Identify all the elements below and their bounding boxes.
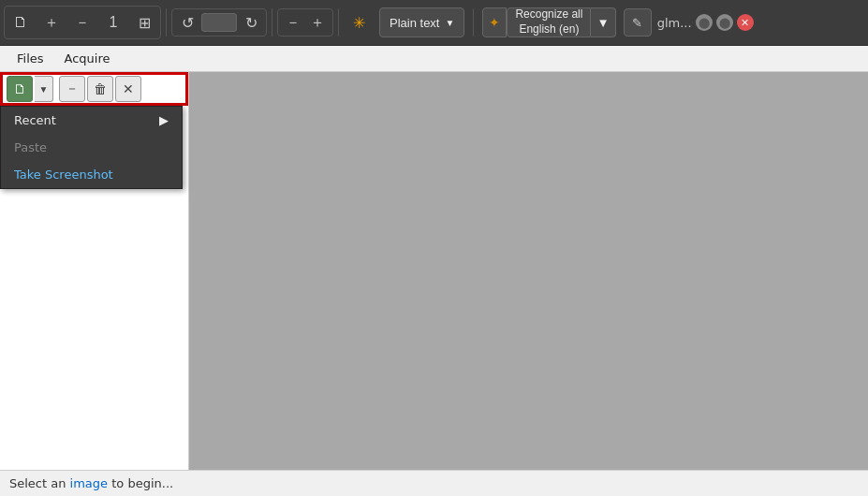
plain-text-label: Plain text [390, 16, 439, 30]
dropdown-item-recent[interactable]: Recent ▶ [1, 107, 182, 134]
separator-4 [473, 8, 474, 36]
minimize-button[interactable]: ⬤ [696, 14, 713, 31]
restore-button[interactable]: ⬤ [716, 14, 733, 31]
recognize-star-icon: ✦ [489, 15, 500, 30]
rotate-group: ↺ 0.0 ↻ [171, 8, 267, 36]
top-toolbar: 🗋 ＋ － 1 ⊞ ↺ 0.0 ↻ － ＋ [0, 0, 868, 46]
edit-button[interactable]: ✎ [624, 8, 652, 36]
panel-minus-button[interactable]: － [59, 76, 85, 102]
new-button[interactable]: 🗋 [6, 7, 36, 37]
dropdown-item-recent-label: Recent [14, 113, 56, 127]
recognize-icon-button[interactable]: ✦ [482, 7, 507, 37]
minimize-icon: ⬤ [699, 17, 710, 29]
rotate-right-button[interactable]: ↻ [240, 11, 262, 34]
dropdown-item-paste: Paste [1, 134, 182, 161]
rotate-input[interactable]: 0.0 [201, 13, 237, 32]
status-link[interactable]: image [70, 476, 109, 490]
close-icon: ✕ [741, 17, 749, 29]
zoom-in-icon: ＋ [310, 13, 325, 33]
menu-files-label: Files [17, 51, 44, 66]
menu-acquire[interactable]: Acquire [55, 49, 120, 68]
rotate-left-button[interactable]: ↺ [176, 11, 199, 34]
number-button[interactable]: 1 [98, 7, 128, 37]
restore-icon: ⬤ [719, 17, 730, 29]
number-icon: 1 [110, 14, 118, 31]
status-bar: Select an image to begin... [0, 470, 868, 496]
dropdown-item-recent-arrow: ▶ [159, 113, 169, 127]
add-icon: ＋ [44, 13, 59, 33]
account-area: glm... ⬤ ⬤ ✕ [657, 14, 754, 31]
recognize-dropdown-button[interactable]: ▼ [591, 7, 615, 37]
recognize-label: Recognize allEnglish (en) [515, 7, 582, 36]
panel-minus-icon: － [66, 80, 79, 97]
new-icon: 🗋 [13, 14, 28, 31]
panel-dropdown-button[interactable]: ▼ [35, 76, 53, 102]
zoom-group: － ＋ [277, 8, 333, 36]
dropdown-item-screenshot-label: Take Screenshot [14, 168, 113, 182]
plain-text-button[interactable]: Plain text ▼ [379, 7, 464, 37]
main-area: 🗋 ▼ － 🗑 ✕ Recent ▶ Paste [0, 72, 868, 470]
panel-clear-icon: ✕ [123, 81, 134, 96]
ocr-star-icon: ✳ [353, 14, 365, 32]
zoom-in-button[interactable]: ＋ [306, 11, 329, 34]
separator-3 [338, 8, 339, 36]
recognize-button[interactable]: Recognize allEnglish (en) [507, 7, 591, 37]
plain-text-dropdown-icon: ▼ [445, 18, 454, 28]
ocr-star-button[interactable]: ✳ [344, 7, 374, 37]
content-area [189, 72, 868, 470]
menu-files[interactable]: Files [7, 49, 53, 68]
zoom-out-icon: － [286, 13, 301, 33]
file-tools-group: 🗋 ＋ － 1 ⊞ [4, 6, 161, 39]
panel-new-icon: 🗋 [13, 81, 26, 96]
panel-delete-icon: 🗑 [94, 81, 107, 96]
panel-new-button[interactable]: 🗋 [7, 76, 33, 102]
close-button[interactable]: ✕ [737, 14, 754, 31]
edit-icon: ✎ [632, 16, 642, 30]
minus-icon: － [75, 13, 90, 33]
rotate-right-icon: ↻ [245, 14, 257, 32]
status-text: Select an image to begin... [9, 476, 173, 490]
rotate-left-icon: ↺ [182, 14, 194, 32]
menu-bar: Files Acquire [0, 46, 868, 72]
panel-dropdown-icon: ▼ [39, 84, 49, 95]
add-button[interactable]: ＋ [37, 7, 66, 37]
dropdown-menu: Recent ▶ Paste Take Screenshot [0, 106, 183, 189]
minus-button[interactable]: － [67, 7, 97, 37]
separator-2 [272, 8, 272, 36]
grid-button[interactable]: ⊞ [129, 7, 159, 37]
account-label: glm... [657, 16, 692, 30]
recognize-group: ✦ Recognize allEnglish (en) ▼ [482, 7, 615, 37]
recognize-dropdown-icon: ▼ [596, 16, 609, 30]
dropdown-item-paste-label: Paste [14, 140, 47, 154]
panel-delete-button[interactable]: 🗑 [87, 76, 113, 102]
panel-clear-button[interactable]: ✕ [115, 76, 141, 102]
separator-1 [166, 8, 167, 36]
dropdown-item-screenshot[interactable]: Take Screenshot [1, 161, 182, 188]
grid-icon: ⊞ [139, 14, 151, 32]
menu-acquire-label: Acquire [65, 51, 110, 66]
panel-toolbar: 🗋 ▼ － 🗑 ✕ [0, 72, 188, 106]
left-panel: 🗋 ▼ － 🗑 ✕ Recent ▶ Paste [0, 72, 189, 470]
zoom-out-button[interactable]: － [282, 11, 304, 34]
